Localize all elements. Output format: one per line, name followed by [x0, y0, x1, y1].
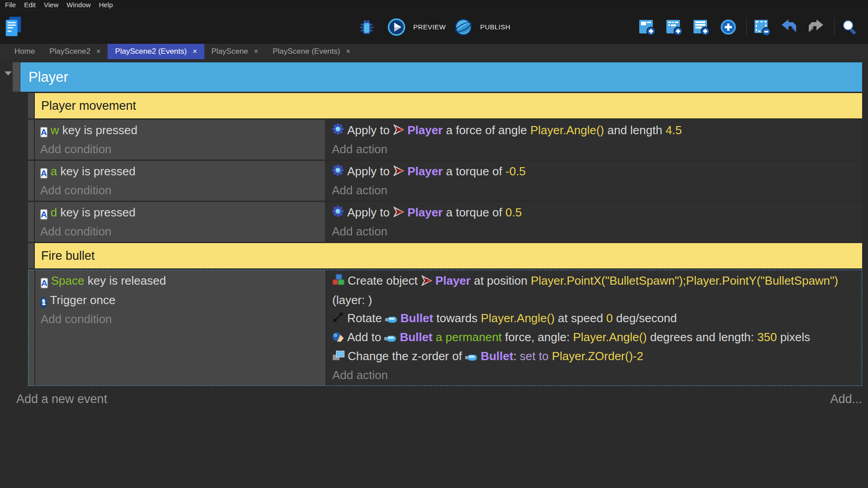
add-condition-link[interactable]: Add condition — [40, 181, 321, 199]
condition-instruction[interactable]: ASpace key is released — [41, 272, 322, 291]
action-instruction[interactable]: Add to Bullet a permanent force, angle: … — [332, 328, 858, 347]
add-action-link[interactable]: Add action — [332, 140, 859, 158]
condition-instruction[interactable]: Aw key is pressed — [40, 121, 321, 140]
publish-button[interactable]: PUBLISH — [454, 18, 510, 37]
physics-icon — [332, 204, 344, 222]
close-icon[interactable]: × — [254, 47, 258, 56]
text-segment: Create object — [348, 274, 421, 287]
add-event-button[interactable] — [638, 18, 659, 36]
event-drag-handle[interactable] — [28, 120, 34, 160]
close-icon[interactable]: × — [193, 47, 197, 56]
text-segment: -0.5 — [505, 164, 526, 178]
conditions-cell: Ad key is pressedAdd condition — [35, 202, 325, 242]
group-title[interactable]: Player — [20, 62, 862, 92]
text-segment: key is released — [84, 274, 166, 287]
add-condition-link[interactable]: Add condition — [41, 310, 322, 328]
condition-instruction[interactable]: Aa key is pressed — [40, 162, 321, 181]
add-new-event-link[interactable]: Add a new event — [16, 392, 107, 406]
text-segment: pixels — [777, 330, 810, 344]
add-condition-link[interactable]: Add condition — [40, 140, 321, 158]
condition-instruction[interactable]: Ad key is pressed — [40, 203, 321, 222]
menu-item-view[interactable]: View — [40, 1, 62, 9]
group-drag-handle[interactable] — [13, 62, 20, 92]
add-subevent-button[interactable] — [665, 18, 686, 36]
text-segment: a torque of — [443, 164, 505, 178]
add-condition-link[interactable]: Add condition — [40, 222, 321, 240]
debug-button[interactable] — [358, 18, 379, 36]
force-icon — [332, 329, 344, 347]
action-instruction[interactable]: Create object Player at position Player.… — [332, 272, 858, 309]
toolbar-center: PREVIEWPUBLISH — [358, 18, 510, 37]
undo-button[interactable] — [780, 18, 801, 36]
text-segment: key is pressed — [59, 123, 137, 137]
search-button[interactable] — [840, 18, 862, 36]
tab-playscene-events[interactable]: PlayScene (Events)× — [265, 44, 358, 59]
text-segment: Player.PointX("BulletSpawn");Player.Poin… — [531, 274, 838, 287]
text-segment: Add to — [347, 330, 384, 344]
chevron-down-icon[interactable] — [5, 71, 12, 75]
action-instruction[interactable]: Apply to Player a force of angle Player.… — [332, 121, 859, 140]
text-segment: 350 — [757, 330, 777, 344]
group-label[interactable]: Player movement — [35, 93, 862, 118]
tab-playscene2-events[interactable]: PlayScene2 (Events)× — [108, 44, 204, 59]
menu-item-edit[interactable]: Edit — [20, 1, 40, 9]
circle-plus-icon — [719, 18, 737, 36]
event-drag-handle[interactable] — [28, 270, 34, 385]
event-drag-handle[interactable] — [28, 243, 34, 268]
menu-item-help[interactable]: Help — [95, 1, 117, 9]
text-segment: Player.Angle() — [573, 330, 646, 344]
trigger-once-icon: 1 — [41, 292, 47, 310]
toolbar-right — [638, 18, 868, 36]
add-comment-icon — [692, 18, 710, 36]
event-row: Ad key is pressedAdd conditionApply to P… — [28, 202, 862, 242]
player-object-icon — [393, 204, 404, 222]
tab-playscene[interactable]: PlayScene× — [204, 44, 266, 59]
add-more-link[interactable]: Add... — [830, 392, 862, 406]
menu-item-window[interactable]: Window — [62, 1, 94, 9]
group-label[interactable]: Fire bullet — [35, 243, 862, 268]
event-row: Aa key is pressedAdd conditionApply to P… — [28, 161, 862, 201]
text-segment: degrees and length: — [647, 330, 757, 344]
text-segment: Apply to — [347, 164, 393, 178]
event-drag-handle[interactable] — [28, 93, 34, 118]
add-action-link[interactable]: Add action — [332, 366, 858, 384]
physics-icon — [332, 122, 344, 140]
action-instruction[interactable]: Apply to Player a torque of 0.5 — [332, 203, 859, 222]
preview-button[interactable]: PREVIEW — [387, 18, 446, 37]
redo-button[interactable] — [807, 18, 828, 36]
text-segment: deg/second — [613, 311, 677, 325]
menu-item-file[interactable]: File — [1, 1, 20, 9]
text-segment: w — [51, 123, 59, 137]
events-sheet: Player Player movementAw key is pressedA… — [0, 59, 868, 406]
choose-event-button[interactable] — [719, 18, 741, 36]
text-segment: Apply to — [347, 123, 393, 137]
text-segment: a — [51, 164, 57, 178]
action-instruction[interactable]: Change the z-order of Bullet: set to Pla… — [332, 347, 858, 366]
delete-selection-button[interactable] — [753, 18, 774, 36]
tab-label: PlayScene2 (Events) — [115, 47, 187, 56]
event-cells: Aw key is pressedAdd conditionApply to P… — [35, 120, 862, 160]
text-segment: Change the z-order of — [348, 349, 465, 363]
text-segment: at speed — [555, 311, 606, 325]
tab-home[interactable]: Home — [7, 44, 42, 59]
events-editor: Player Player movementAw key is pressedA… — [0, 59, 868, 488]
close-icon[interactable]: × — [346, 47, 350, 56]
condition-instruction[interactable]: 1Trigger once — [41, 291, 322, 310]
rotate-icon — [332, 310, 344, 328]
player-object-icon — [421, 273, 432, 291]
event-drag-handle[interactable] — [28, 202, 34, 242]
action-instruction[interactable]: Rotate Bullet towards Player.Angle() at … — [332, 309, 858, 328]
group-row: Player movement — [28, 93, 862, 118]
text-segment: Space — [51, 274, 85, 287]
action-instruction[interactable]: Apply to Player a torque of -0.5 — [332, 162, 859, 181]
add-comment-button[interactable] — [692, 18, 713, 36]
add-action-link[interactable]: Add action — [332, 222, 859, 240]
event-drag-handle[interactable] — [28, 161, 34, 201]
tab-playscene2[interactable]: PlayScene2× — [42, 44, 108, 59]
tab-bar: HomePlayScene2×PlayScene2 (Events)×PlayS… — [0, 44, 868, 59]
text-segment: a force of angle — [443, 123, 530, 137]
project-manager-button[interactable] — [4, 16, 26, 38]
zorder-icon — [332, 348, 344, 366]
add-action-link[interactable]: Add action — [332, 181, 859, 199]
close-icon[interactable]: × — [96, 47, 100, 56]
